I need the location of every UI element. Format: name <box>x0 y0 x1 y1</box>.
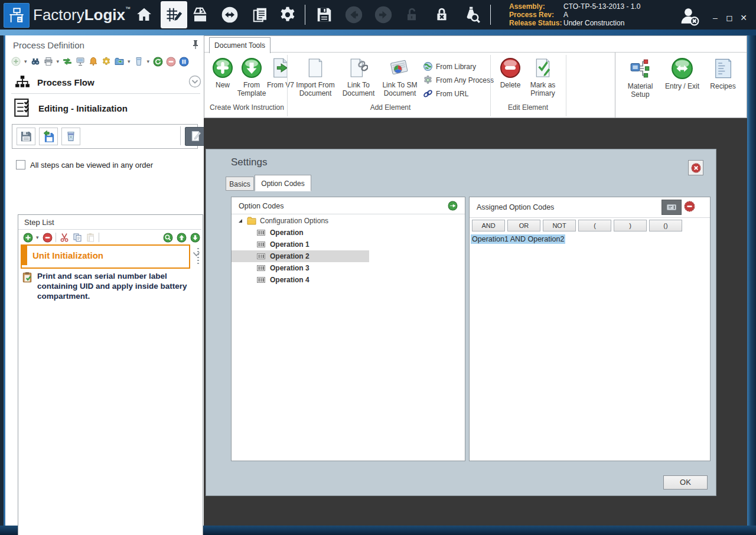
maximize-button[interactable]: ◻ <box>722 13 737 24</box>
move-down-button[interactable] <box>190 233 200 242</box>
assigned-option-codes-panel: Assigned Option Codes AND OR NOT ( ) () … <box>469 197 711 461</box>
add-dropdown[interactable]: ▾ <box>36 234 39 240</box>
move-up-button[interactable] <box>177 233 186 242</box>
operator-close-paren-button[interactable]: ) <box>614 220 647 231</box>
tree-item-selected[interactable]: Operation 2 <box>232 250 369 262</box>
ribbon-tab-line <box>204 52 747 53</box>
process-rev-label: Process Rev: <box>509 11 563 19</box>
tree-item[interactable]: Operation 1 <box>232 239 465 250</box>
print-button[interactable] <box>44 57 53 66</box>
export-folder-button[interactable] <box>115 57 124 66</box>
zoom-step-button[interactable] <box>163 233 172 242</box>
export-dropdown[interactable]: ▾ <box>128 58 131 64</box>
home-button[interactable] <box>134 5 154 25</box>
dialog-close-button[interactable] <box>688 160 703 175</box>
tab-document-tools[interactable]: Document Tools <box>209 37 271 53</box>
from-library-button[interactable]: From Library <box>423 60 494 73</box>
recipes-button[interactable]: Recipes <box>705 57 741 90</box>
add-step-button[interactable] <box>11 57 21 66</box>
order-checkbox-row[interactable]: All steps can be viewed in any order <box>16 160 153 169</box>
presentation-button[interactable] <box>76 57 85 66</box>
transfer-arrows-icon <box>220 5 239 24</box>
exchange-button[interactable] <box>63 57 72 66</box>
process-flow-row[interactable]: Process Flow <box>15 74 94 90</box>
material-setup-button[interactable]: Material Setup <box>621 57 659 99</box>
operator-and-button[interactable]: AND <box>472 220 505 231</box>
remove-expression-button[interactable] <box>684 201 695 212</box>
refresh-button[interactable] <box>153 57 162 66</box>
expression-text[interactable]: Operation1 AND Operation2 <box>471 235 565 243</box>
title-bar: FactoryLogix™ <box>0 0 756 30</box>
from-template-button[interactable]: From Template <box>235 57 268 97</box>
add-button[interactable] <box>23 233 32 242</box>
edit-group-label: Edit Element <box>493 103 563 112</box>
save-button[interactable] <box>314 5 334 25</box>
folder-icon <box>247 217 256 225</box>
remove-button[interactable] <box>43 233 52 242</box>
lock-button[interactable] <box>432 5 452 25</box>
process-inspect-button[interactable] <box>462 5 482 25</box>
cut-button[interactable] <box>60 233 69 242</box>
documents-button[interactable] <box>250 5 271 25</box>
bell-button[interactable] <box>89 57 98 66</box>
operator-or-button[interactable]: OR <box>507 220 540 231</box>
discard-button[interactable] <box>134 57 144 66</box>
tree-item[interactable]: Operation 3 <box>232 262 465 274</box>
order-checkbox[interactable] <box>16 160 25 169</box>
from-any-process-button[interactable]: From Any Process <box>423 73 494 87</box>
step-item-selected[interactable]: Unit Initialization <box>21 244 190 269</box>
ok-button[interactable]: OK <box>663 475 708 490</box>
step-expand-chevron[interactable] <box>193 252 200 257</box>
remove-icon <box>684 201 695 212</box>
tab-option-codes[interactable]: Option Codes <box>255 175 311 191</box>
entry-exit-icon <box>671 57 693 80</box>
add-step-dropdown[interactable]: ▾ <box>24 58 27 64</box>
discard-step-button[interactable] <box>61 128 80 145</box>
pin-icon[interactable] <box>191 40 200 50</box>
sync-button[interactable] <box>220 5 240 25</box>
unlock-button[interactable] <box>402 5 422 25</box>
pause-button[interactable] <box>179 57 188 66</box>
from-v7-button[interactable]: From V7 <box>266 57 295 89</box>
splitter-grip[interactable] <box>197 248 199 265</box>
find-button[interactable] <box>31 57 40 66</box>
options-gear-button[interactable] <box>102 57 111 66</box>
assign-arrow-button[interactable] <box>448 201 458 211</box>
user-logoff-button[interactable] <box>678 5 700 27</box>
operator-parens-button[interactable]: () <box>649 220 682 231</box>
process-definition-button-active[interactable] <box>161 1 187 28</box>
delete-element-button[interactable]: Delete <box>496 57 524 89</box>
discard-dropdown[interactable]: ▾ <box>147 58 150 64</box>
copy-button[interactable] <box>73 233 82 242</box>
edit-expression-button[interactable] <box>662 200 682 215</box>
close-window-button[interactable]: ✕ <box>736 13 751 24</box>
print-dropdown[interactable]: ▾ <box>57 58 60 64</box>
mark-label: Mark as Primary <box>530 81 556 97</box>
tree-item[interactable]: Operation 4 <box>232 274 465 286</box>
link-to-sm-document-button[interactable]: Link To SM Document <box>379 57 421 97</box>
save-import-button[interactable] <box>39 128 58 145</box>
tree-item[interactable]: Operation <box>232 227 465 239</box>
entry-exit-button[interactable]: Entry / Exit <box>660 57 704 90</box>
stop-button[interactable] <box>166 57 175 66</box>
tree-root-row[interactable]: Configuration Options <box>232 215 465 227</box>
collapse-flow-button[interactable] <box>188 75 201 88</box>
process-stack-button[interactable] <box>190 5 210 25</box>
operator-open-paren-button[interactable]: ( <box>578 220 611 231</box>
from-url-button[interactable]: From URL <box>423 87 494 100</box>
link-to-document-button[interactable]: Link To Document <box>339 57 378 97</box>
mark-as-primary-button[interactable]: Mark as Primary <box>526 57 560 97</box>
settings-button[interactable] <box>278 5 298 25</box>
url-link-icon <box>423 89 433 99</box>
operator-not-button[interactable]: NOT <box>543 220 576 231</box>
back-button[interactable] <box>344 5 364 25</box>
minimize-button[interactable]: – <box>708 13 723 24</box>
brand-bold: Logix <box>84 6 125 24</box>
release-status-value: Under Construction <box>563 19 624 27</box>
save-step-button[interactable] <box>17 128 35 145</box>
new-button[interactable]: New <box>209 57 236 89</box>
tab-basics[interactable]: Basics <box>226 177 254 191</box>
paste-button[interactable] <box>86 233 95 242</box>
forward-button[interactable] <box>373 5 393 25</box>
import-from-document-button[interactable]: Import From Document <box>293 57 338 97</box>
